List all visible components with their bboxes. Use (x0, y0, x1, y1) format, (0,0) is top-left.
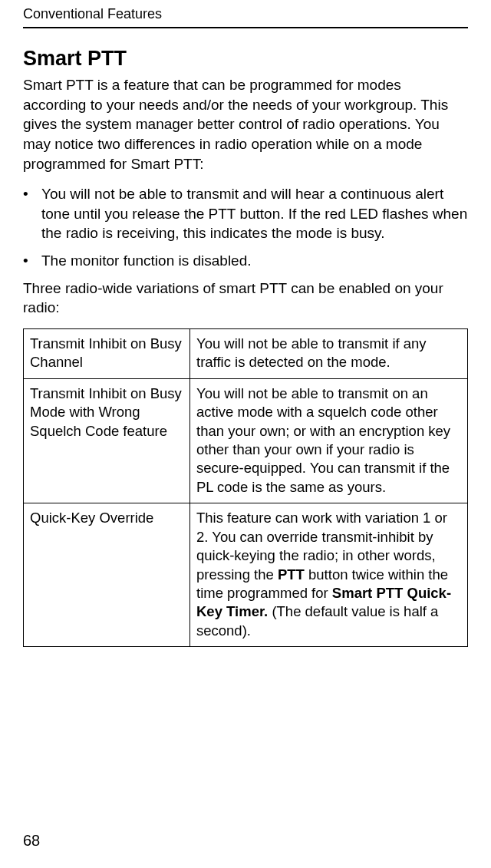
header-rule (23, 27, 468, 28)
page-number: 68 (23, 832, 40, 850)
intro-paragraph: Smart PTT is a feature that can be progr… (23, 75, 468, 173)
table-body: Transmit Inhibit on Busy ChannelYou will… (24, 329, 468, 647)
bullet-text: The monitor function is disabled. (41, 251, 252, 271)
bullet-text: You will not be able to transmit and wil… (41, 184, 468, 243)
table-row: Quick-Key OverrideThis feature can work … (24, 503, 468, 647)
bullet-icon: • (23, 251, 41, 271)
running-head: Conventional Features (23, 6, 468, 22)
variation-name: Quick-Key Override (24, 503, 190, 647)
after-bullets-paragraph: Three radio-wide variations of smart PTT… (23, 279, 468, 318)
table-row: Transmit Inhibit on Busy Mode with Wrong… (24, 378, 468, 503)
section-title: Smart PTT (23, 47, 468, 71)
page: Conventional Features Smart PTT Smart PT… (0, 0, 491, 868)
variation-name: Transmit Inhibit on Busy Channel (24, 329, 190, 379)
variation-description: This feature can work with variation 1 o… (190, 503, 468, 647)
variations-table: Transmit Inhibit on Busy ChannelYou will… (23, 328, 468, 647)
bullet-icon: • (23, 184, 41, 243)
list-item: • You will not be able to transmit and w… (23, 184, 468, 243)
bold-text: PTT (278, 566, 305, 583)
bullet-list: • You will not be able to transmit and w… (23, 184, 468, 271)
list-item: • The monitor function is disabled. (23, 251, 468, 271)
variation-name: Transmit Inhibit on Busy Mode with Wrong… (24, 378, 190, 503)
variation-description: You will not be able to transmit on an a… (190, 378, 468, 503)
table-row: Transmit Inhibit on Busy ChannelYou will… (24, 329, 468, 379)
variation-description: You will not be able to transmit if any … (190, 329, 468, 379)
bold-text: Smart PTT Quick-Key Timer. (196, 585, 451, 619)
